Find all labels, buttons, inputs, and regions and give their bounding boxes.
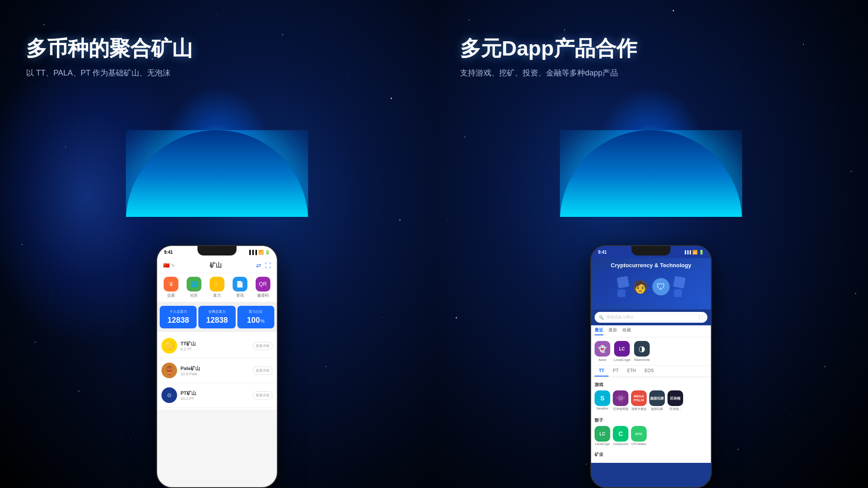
aave-emoji: 👻: [598, 345, 607, 353]
planet-arc-right: [560, 130, 742, 217]
app-sandbox[interactable]: S Sandbox: [595, 390, 610, 411]
right-panel-text: 多元Dapp产品合作 支持游戏、挖矿、投资、金融等多种dapp产品: [460, 35, 637, 78]
sandbox-s: S: [600, 395, 604, 402]
mine-btn-pt[interactable]: 查看详情: [253, 391, 273, 400]
mine-info-pala: Pala矿山 12.8 Pala: [181, 365, 253, 376]
right-main-title: 多元Dapp产品合作: [460, 35, 637, 62]
refresh-icon: ↻: [171, 263, 175, 268]
icon-hashrate[interactable]: ⚡ 算力: [210, 277, 224, 298]
stat-network-label: 全网总算力: [201, 309, 233, 314]
blockchain-pet-icon: 👾: [613, 390, 628, 406]
expand-icon[interactable]: ⛶: [265, 262, 271, 269]
tokensets-symbol: ◑: [638, 344, 645, 354]
app-localcrypt2[interactable]: LC LocalCrypt: [595, 426, 610, 445]
mine-item-tt: 🟡 TT矿山 0.2 TT 查看详情: [157, 334, 277, 358]
localcrypt2-label: LocalCrypt: [595, 442, 609, 445]
icon-invite[interactable]: QR 邀请码: [256, 277, 270, 298]
stat-ratio-value-group: 100 %: [240, 316, 272, 325]
left-main-title: 多币种的聚合矿山: [26, 35, 193, 62]
mine-list: 🟡 TT矿山 0.2 TT 查看详情 🏺 Pala矿山 12.8 Pa: [157, 332, 277, 409]
mining-section: 矿业: [591, 449, 711, 463]
planet-container-right: [560, 130, 742, 217]
cat-tab-tt[interactable]: TT: [595, 366, 608, 377]
dapp-banner: 🧑 🛡: [596, 269, 706, 304]
signal-icon: ▐▐▐: [248, 250, 257, 255]
lc2-text: LC: [599, 432, 605, 436]
icon-trade[interactable]: ¥ 交易: [164, 277, 178, 298]
app-blockchain-game[interactable]: 区块链 区块链...: [667, 390, 683, 411]
planet-container-left: [126, 130, 308, 217]
app-localcrypt[interactable]: LC LocalCrypt: [614, 341, 630, 362]
left-nav-bar: 🇨🇳 ↻ 矿山 ⇄ ⛶: [157, 258, 277, 273]
app-super-player[interactable]: 超级玩家 超级玩家: [649, 390, 665, 411]
tab-latest[interactable]: 最新: [608, 327, 617, 335]
mine-btn-tt[interactable]: 查看详情: [253, 342, 273, 350]
mine-name-pala: Pala矿山: [181, 365, 253, 372]
category-tabs: TT PT ETH EOS: [591, 366, 711, 377]
hashrate-icon: ⚡: [213, 281, 220, 288]
icon-hashrate-label: 算力: [213, 293, 221, 298]
dice-label: 骰子: [595, 417, 707, 423]
scan-icon: ⛶: [699, 315, 703, 320]
pet-emoji: 👾: [616, 394, 625, 403]
mine-amount-pala: 12.8 Pala: [181, 372, 253, 376]
dapp-search-bar[interactable]: 🔍 搜索或输入网址 ⛶: [595, 312, 707, 323]
app-aave[interactable]: 👻 Aave: [595, 341, 610, 362]
localcrypt2-icon: LC: [595, 426, 610, 442]
stat-ratio: 算力占比 100 %: [237, 306, 274, 328]
exchange-icon[interactable]: ⇄: [256, 262, 261, 269]
stat-ratio-label: 算力占比: [240, 309, 272, 314]
stat-personal: 个人总算力 12838: [160, 306, 197, 328]
icon-community[interactable]: 🌐 社区: [187, 277, 201, 298]
games-apps: S Sandbox 👾 区块链萌宠: [595, 390, 707, 411]
cube-4: [674, 289, 682, 297]
compound-letter: C: [618, 430, 623, 437]
person-figure: 🧑: [633, 280, 648, 294]
mining-label: 矿业: [595, 452, 707, 458]
cat-tab-pt[interactable]: PT: [608, 366, 623, 377]
bg-text: 区块链: [670, 396, 681, 401]
mine-amount-pt: 10.2 PT: [181, 396, 253, 401]
icon-community-label: 社区: [190, 293, 198, 298]
app-compound[interactable]: C Compound: [613, 426, 628, 445]
app-megapolis[interactable]: MEGAPOLIS 加密大都会: [631, 390, 647, 411]
pt-icon-inner: ⊙: [167, 392, 171, 398]
stat-network: 全网总算力 12838: [198, 306, 235, 328]
left-nav-title: 矿山: [210, 262, 222, 269]
right-signal-icon: ▐▐▐: [684, 250, 691, 254]
left-sub-title: 以 TT、PALA、PT 作为基础矿山、无泡沫: [26, 68, 193, 78]
icon-news-circle: 📄: [233, 277, 247, 291]
megapolis-icon: MEGAPOLIS: [631, 390, 647, 406]
left-phone-notch: [197, 246, 237, 255]
cat-tab-eth[interactable]: ETH: [623, 366, 640, 377]
icon-news[interactable]: 📄 资讯: [233, 277, 247, 298]
icon-hashrate-circle: ⚡: [210, 277, 224, 291]
dapp-title: Cryptocurrency & Technology: [596, 262, 706, 269]
icon-invite-circle: QR: [256, 277, 270, 291]
mine-btn-pala[interactable]: 查看详情: [253, 367, 273, 375]
left-nav-left: 🇨🇳 ↻: [163, 262, 175, 269]
search-placeholder: 搜索或输入网址: [606, 314, 634, 320]
cat-tab-eos[interactable]: EOS: [640, 366, 658, 377]
left-icon-grid: ¥ 交易 🌐 社区 ⚡ 算力 📄 资讯: [157, 273, 277, 302]
app-otcmaker[interactable]: OTC OTCMaker: [631, 426, 647, 445]
planet-arc-left: [126, 130, 308, 217]
app-tokensets[interactable]: ◑ TokenSets: [634, 341, 650, 362]
tab-recent[interactable]: 最近: [595, 327, 603, 335]
stat-network-value: 12838: [201, 316, 233, 325]
wifi-icon: 📶: [258, 250, 263, 255]
blockchain-game-icon: 区块链: [667, 390, 683, 406]
compound-icon: C: [613, 426, 628, 442]
megapolis-label: 加密大都会: [631, 407, 647, 411]
tab-favorites[interactable]: 收藏: [622, 327, 631, 335]
games-label: 游戏: [595, 382, 707, 388]
mine-info-pt: PT矿山 10.2 PT: [181, 390, 253, 401]
left-nav-icons: ⇄ ⛶: [256, 262, 271, 269]
app-blockchain-pet[interactable]: 👾 区块链萌宠: [613, 390, 628, 411]
stat-personal-label: 个人总算力: [162, 309, 194, 314]
right-phone-container: 9:41 ▐▐▐ 📶 🔋 Cryptocurrency & Technology: [590, 245, 712, 488]
localcrypt-text: LC: [619, 347, 625, 351]
right-phone-screen: 9:41 ▐▐▐ 📶 🔋 Cryptocurrency & Technology: [591, 246, 711, 487]
left-phone: 9:41 ▐▐▐ 📶 🔋 🇨🇳 ↻ 矿山: [156, 245, 278, 488]
stat-personal-value: 12838: [162, 316, 194, 325]
